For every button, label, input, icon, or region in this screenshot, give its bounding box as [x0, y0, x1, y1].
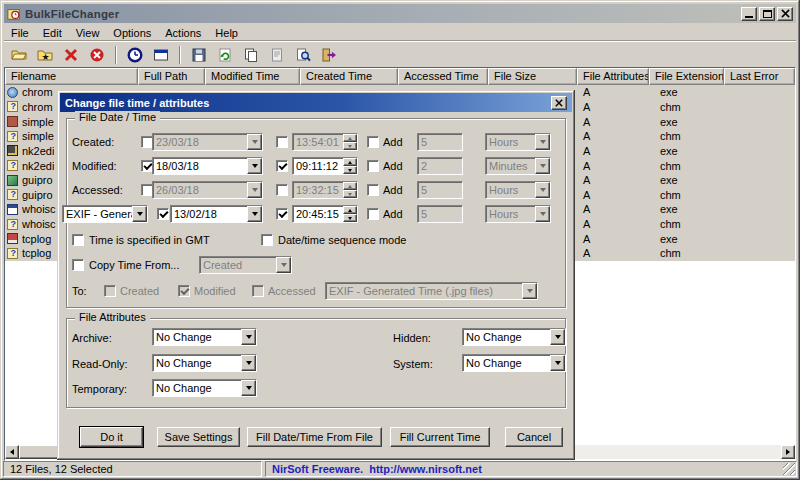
modified-date-select[interactable]: 18/03/18 [152, 157, 263, 175]
exif-date-select[interactable]: 13/02/18 [170, 205, 263, 223]
menu-options[interactable]: Options [106, 26, 158, 40]
spinner[interactable] [343, 206, 357, 222]
scroll-right-button[interactable] [781, 445, 795, 459]
help-file-icon [7, 219, 18, 230]
exif-mode-select[interactable]: EXIF - Generated [62, 205, 148, 223]
scroll-left-button[interactable] [5, 445, 19, 459]
folder-star-icon: ★ [36, 47, 54, 63]
clear-list-button[interactable] [86, 45, 108, 65]
clock-icon [127, 47, 143, 63]
properties-button[interactable] [266, 45, 288, 65]
chevron-down-icon[interactable] [241, 355, 256, 371]
open-window-button[interactable] [150, 45, 172, 65]
exif-add-checkbox[interactable] [367, 208, 379, 220]
nirsoft-url-text[interactable]: NirSoft Freeware. http://www.nirsoft.net [272, 463, 482, 475]
column-last-error[interactable]: Last Error [724, 68, 795, 85]
temporary-label: Temporary: [72, 380, 127, 398]
gmt-checkbox[interactable] [72, 234, 84, 246]
created-time-checkbox[interactable] [276, 136, 288, 148]
chevron-down-icon[interactable] [241, 380, 256, 396]
dialog-titlebar[interactable]: Change file time / attributes [60, 93, 572, 112]
column-file-size[interactable]: File Size [488, 68, 577, 85]
add-folder-button[interactable]: ★ [34, 45, 56, 65]
copy-button[interactable] [240, 45, 262, 65]
cancel-button[interactable]: Cancel [505, 427, 563, 447]
system-select[interactable]: No Change [462, 354, 566, 372]
menu-bar: File Edit View Options Actions Help [4, 24, 796, 41]
red-circle-x-icon [89, 47, 105, 63]
accessed-add-label: Add [383, 181, 403, 199]
refresh-button[interactable] [214, 45, 236, 65]
modified-time-field[interactable]: 09:11:12 [292, 157, 358, 175]
chevron-down-icon[interactable] [247, 206, 262, 222]
minimize-icon [745, 16, 753, 18]
accessed-time-checkbox[interactable] [276, 184, 288, 196]
exif-date-checkbox[interactable] [157, 208, 169, 220]
temporary-select[interactable]: No Change [152, 379, 257, 397]
hidden-select[interactable]: No Change [462, 328, 566, 346]
column-full-path[interactable]: Full Path [138, 68, 205, 85]
sequence-mode-checkbox[interactable] [261, 234, 273, 246]
column-modified-time[interactable]: Modified Time [205, 68, 300, 85]
exit-button[interactable] [318, 45, 340, 65]
column-file-extension[interactable]: File Extension [649, 68, 724, 85]
created-add-amount: 5 [417, 133, 463, 151]
remove-selected-button[interactable] [60, 45, 82, 65]
archive-select[interactable]: No Change [152, 328, 257, 346]
readonly-select[interactable]: No Change [152, 354, 257, 372]
menu-edit[interactable]: Edit [36, 26, 69, 40]
window-titlebar[interactable]: BulkFileChanger [4, 4, 796, 23]
created-add-checkbox[interactable] [367, 136, 379, 148]
save-settings-button[interactable] [188, 45, 210, 65]
resize-grip[interactable] [783, 463, 795, 475]
exif-time-field[interactable]: 20:45:15 [292, 205, 358, 223]
chevron-down-icon[interactable] [247, 158, 262, 174]
minimize-button[interactable] [741, 7, 757, 21]
app-icon [7, 7, 21, 21]
toolbar-separator [179, 46, 181, 64]
modified-time-checkbox[interactable] [276, 160, 288, 172]
chevron-down-icon[interactable] [132, 206, 147, 222]
status-bar: 12 Files, 12 Selected NirSoft Freeware. … [3, 461, 797, 478]
menu-file[interactable]: File [4, 26, 36, 40]
gmt-label: Time is specified in GMT [89, 231, 210, 249]
copy-time-from-checkbox[interactable] [72, 259, 84, 271]
group-label: File Date / Time [75, 111, 160, 123]
fill-current-time-button[interactable]: Fill Current Time [390, 427, 490, 447]
accessed-add-amount: 5 [417, 181, 463, 199]
column-filename[interactable]: Filename [5, 68, 138, 85]
sequence-mode-label: Date/time sequence mode [278, 231, 406, 249]
close-button[interactable] [777, 7, 793, 21]
chevron-down-icon[interactable] [550, 355, 565, 371]
save-settings-button[interactable]: Save Settings [157, 427, 240, 447]
column-accessed-time[interactable]: Accessed Time [398, 68, 488, 85]
open-files-button[interactable] [8, 45, 30, 65]
to-modified-label: Modified [194, 282, 236, 300]
app-icon [7, 87, 18, 98]
left-arrow-icon [10, 449, 14, 455]
fill-from-file-button[interactable]: Fill Date/Time From File [247, 427, 382, 447]
exif-add-label: Add [383, 205, 403, 223]
window-icon [153, 47, 169, 63]
help-file-icon [7, 189, 18, 200]
do-it-button[interactable]: Do it [80, 427, 143, 447]
accessed-add-checkbox[interactable] [367, 184, 379, 196]
exif-time-checkbox[interactable] [276, 208, 288, 220]
floppy-save-icon [191, 47, 207, 63]
chevron-down-icon [247, 182, 262, 198]
find-button[interactable] [292, 45, 314, 65]
status-nirsoft-link[interactable]: NirSoft Freeware. http://www.nirsoft.net [265, 461, 797, 477]
spinner[interactable] [343, 158, 357, 174]
change-time-button[interactable] [124, 45, 146, 65]
maximize-button[interactable] [759, 7, 775, 21]
column-file-attributes[interactable]: File Attributes [577, 68, 649, 85]
menu-view[interactable]: View [69, 26, 107, 40]
dialog-close-button[interactable] [551, 96, 567, 110]
column-created-time[interactable]: Created Time [300, 68, 398, 85]
chevron-down-icon[interactable] [550, 329, 565, 345]
refresh-icon [217, 47, 233, 63]
menu-help[interactable]: Help [208, 26, 245, 40]
modified-add-checkbox[interactable] [367, 160, 379, 172]
chevron-down-icon[interactable] [241, 329, 256, 345]
menu-actions[interactable]: Actions [158, 26, 208, 40]
